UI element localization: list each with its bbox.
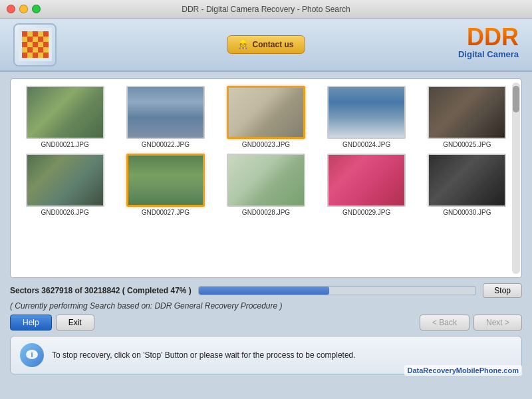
photo-label: GND00024.JPG — [342, 141, 390, 148]
svg-rect-25 — [43, 53, 49, 58]
minimize-button[interactable] — [19, 5, 28, 13]
window-controls — [7, 5, 41, 13]
svg-rect-15 — [43, 42, 49, 47]
photo-thumbnail[interactable] — [428, 86, 506, 139]
photo-thumbnail[interactable] — [327, 86, 406, 139]
progress-area: Sectors 3627918 of 30218842 ( Completed … — [10, 283, 522, 298]
photo-label: GND00022.JPG — [142, 141, 190, 148]
svg-rect-1 — [22, 31, 27, 37]
list-item[interactable]: GND00028.JPG — [218, 154, 313, 216]
svg-rect-22 — [27, 53, 33, 58]
svg-rect-18 — [33, 47, 38, 53]
svg-rect-14 — [38, 42, 43, 47]
svg-text:i: i — [31, 350, 33, 358]
photo-grid-container: GND00021.JPG GND00022.JPG GND00023.JPG G… — [10, 78, 522, 278]
photo-thumbnail-selected[interactable] — [227, 86, 305, 139]
list-item[interactable]: GND00030.JPG — [420, 154, 515, 216]
svg-rect-7 — [27, 37, 33, 42]
svg-rect-20 — [43, 47, 49, 53]
list-item[interactable]: GND00021.JPG — [17, 86, 112, 148]
svg-rect-10 — [43, 37, 49, 42]
navigation-buttons: Help Exit < Back Next > — [10, 315, 522, 331]
photo-thumbnail-selected[interactable] — [126, 154, 205, 207]
photo-thumbnail[interactable] — [26, 86, 104, 139]
photo-label: GND00029.JPG — [342, 209, 390, 216]
list-item[interactable]: GND00026.JPG — [17, 154, 112, 216]
photo-thumbnail[interactable] — [26, 154, 104, 207]
svg-rect-21 — [22, 53, 27, 58]
photo-thumbnail[interactable] — [227, 154, 305, 207]
close-button[interactable] — [7, 5, 15, 13]
photo-label: GND00030.JPG — [443, 209, 491, 216]
list-item[interactable]: GND00027.JPG — [118, 154, 213, 216]
photo-grid: GND00021.JPG GND00022.JPG GND00023.JPG G… — [17, 86, 515, 216]
brand-area: DDR Digital Camera — [458, 25, 519, 59]
title-bar: DDR - Digital Camera Recovery - Photo Se… — [0, 0, 532, 19]
svg-rect-4 — [38, 31, 43, 37]
photo-label: GND00021.JPG — [41, 141, 88, 148]
main-content: GND00021.JPG GND00022.JPG GND00023.JPG G… — [0, 72, 532, 381]
progress-bar-fill — [199, 287, 329, 295]
contact-us-button[interactable]: 👷 Contact us — [227, 35, 305, 54]
help-button[interactable]: Help — [10, 315, 52, 331]
photo-thumbnail[interactable] — [126, 86, 205, 139]
svg-rect-5 — [43, 31, 49, 37]
speech-bubble-icon: i — [25, 348, 39, 362]
next-button[interactable]: Next > — [473, 315, 522, 331]
list-item[interactable]: GND00025.JPG — [420, 86, 515, 148]
photo-label: GND00026.JPG — [41, 209, 88, 216]
scrollbar[interactable] — [512, 82, 520, 274]
list-item[interactable]: GND00029.JPG — [319, 154, 414, 216]
svg-rect-24 — [38, 53, 43, 58]
list-item[interactable]: GND00022.JPG — [118, 86, 213, 148]
svg-rect-17 — [27, 47, 33, 53]
svg-rect-9 — [38, 37, 43, 42]
app-logo — [13, 23, 57, 66]
scrollbar-thumb[interactable] — [513, 86, 519, 112]
svg-rect-16 — [22, 47, 27, 53]
info-message: To stop recovery, click on 'Stop' Button… — [52, 350, 356, 360]
photo-thumbnail[interactable] — [428, 154, 506, 207]
list-item[interactable]: GND00023.JPG — [218, 86, 313, 148]
info-icon: i — [20, 343, 44, 367]
svg-rect-11 — [22, 42, 27, 47]
photo-label: GND00027.JPG — [142, 209, 190, 216]
brand-title: DDR — [458, 25, 519, 49]
progress-bar-container — [198, 286, 477, 295]
contact-icon: 👷 — [238, 40, 248, 49]
photo-label: GND00025.JPG — [443, 141, 491, 148]
progress-text: Sectors 3627918 of 30218842 ( Completed … — [10, 286, 192, 295]
svg-rect-13 — [33, 42, 38, 47]
photo-thumbnail[interactable] — [327, 154, 406, 207]
status-text: ( Currently performing Search based on: … — [10, 301, 522, 311]
photo-label: GND00028.JPG — [242, 209, 290, 216]
svg-rect-6 — [22, 37, 27, 42]
svg-rect-12 — [27, 42, 33, 47]
exit-button[interactable]: Exit — [56, 315, 94, 331]
svg-rect-2 — [27, 31, 33, 37]
svg-rect-3 — [33, 31, 38, 37]
app-header: 👷 Contact us DDR Digital Camera — [0, 19, 532, 72]
maximize-button[interactable] — [32, 5, 41, 13]
brand-subtitle: Digital Camera — [458, 49, 519, 59]
svg-rect-19 — [38, 47, 43, 53]
logo-icon — [19, 28, 52, 61]
photo-label: GND00023.JPG — [242, 141, 290, 148]
svg-rect-23 — [33, 53, 38, 58]
stop-button[interactable]: Stop — [483, 283, 522, 298]
back-button[interactable]: < Back — [420, 315, 469, 331]
svg-rect-8 — [33, 37, 38, 42]
list-item[interactable]: GND00024.JPG — [319, 86, 414, 148]
watermark: DataRecoveryMobilePhone.com — [404, 365, 523, 376]
window-title: DDR - Digital Camera Recovery - Photo Se… — [182, 5, 350, 14]
